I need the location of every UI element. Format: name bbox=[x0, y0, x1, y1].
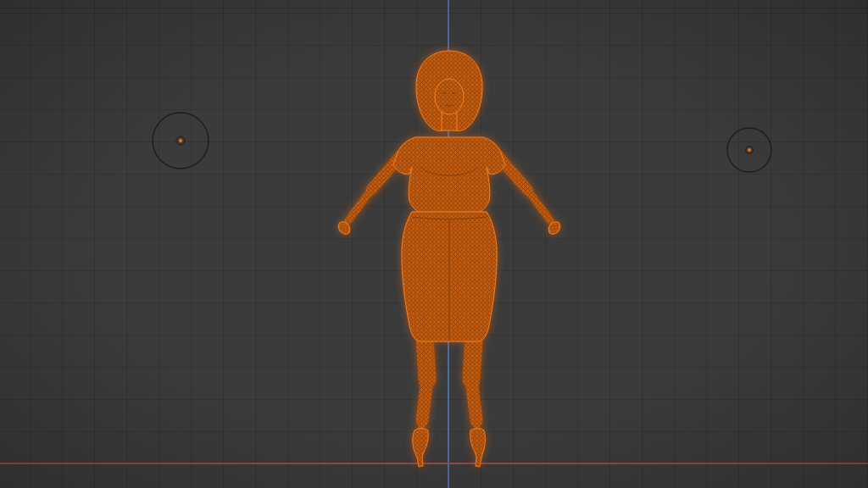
model-right-calf[interactable] bbox=[471, 380, 476, 420]
scene-canvas bbox=[0, 0, 868, 488]
model-left-shoe[interactable] bbox=[413, 429, 429, 467]
model-left-forearm[interactable] bbox=[348, 190, 371, 220]
female-character-wireframe[interactable] bbox=[336, 51, 562, 467]
model-left-calf[interactable] bbox=[422, 380, 427, 420]
3d-viewport[interactable] bbox=[0, 0, 868, 488]
model-torso[interactable] bbox=[393, 137, 505, 215]
model-face[interactable] bbox=[435, 79, 464, 114]
empty-sphere-left[interactable] bbox=[153, 113, 209, 169]
empty-sphere-right[interactable] bbox=[727, 128, 771, 172]
model-right-forearm[interactable] bbox=[527, 190, 550, 220]
empty-sphere-right-origin-dot bbox=[748, 148, 751, 152]
model-right-shoe[interactable] bbox=[470, 429, 486, 467]
empty-sphere-left-origin-dot bbox=[179, 139, 182, 142]
